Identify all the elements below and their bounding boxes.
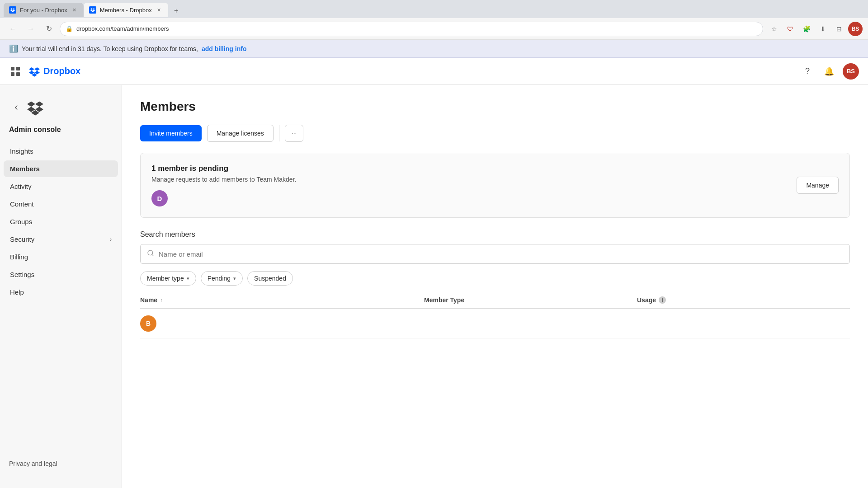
- svg-line-5: [152, 254, 153, 256]
- sidebar-item-settings[interactable]: Settings: [4, 266, 118, 283]
- chevron-down-icon-2: ▾: [233, 276, 236, 282]
- main-content: Members Invite members Manage licenses ·…: [122, 85, 868, 488]
- sidebar-item-label-insights: Insights: [10, 147, 33, 155]
- svg-point-4: [148, 250, 153, 255]
- add-billing-link[interactable]: add billing info: [202, 45, 247, 52]
- sidebar-item-help[interactable]: Help: [4, 284, 118, 300]
- invite-members-button[interactable]: Invite members: [140, 125, 202, 141]
- tab-favicon-2: [89, 6, 96, 14]
- star-button[interactable]: ☆: [767, 22, 781, 36]
- avatar: B: [140, 315, 156, 332]
- address-url: dropbox.com/team/admin/members: [76, 25, 757, 32]
- sidebar-item-billing[interactable]: Billing: [4, 249, 118, 265]
- sidebar-toggle-button[interactable]: ⊟: [832, 22, 846, 36]
- manage-button[interactable]: Manage: [797, 177, 839, 194]
- sidebar-item-label-activity: Activity: [10, 183, 32, 190]
- col-header-usage: Usage i: [637, 296, 850, 304]
- col-header-name: Name ↑: [140, 296, 424, 304]
- sidebar-item-label-billing: Billing: [10, 253, 28, 261]
- tab-for-you[interactable]: For you - Dropbox ✕: [4, 3, 84, 17]
- sidebar-item-label-members: Members: [10, 165, 40, 173]
- sidebar-item-label-content: Content: [10, 200, 34, 208]
- pending-title: 1 member is pending: [151, 164, 797, 173]
- sidebar-item-label-help: Help: [10, 288, 24, 296]
- sidebar-nav: Insights Members Activity Content Groups: [0, 143, 122, 448]
- pending-avatars: D: [151, 190, 797, 206]
- lock-icon: 🔒: [66, 25, 73, 32]
- pending-banner-row: 1 member is pending Manage requests to a…: [151, 164, 839, 206]
- tab-label-2: Members - Dropbox: [100, 7, 152, 14]
- sidebar-item-insights[interactable]: Insights: [4, 143, 118, 160]
- table-header: Name ↑ Member Type Usage i: [140, 296, 850, 309]
- bell-icon[interactable]: 🔔: [821, 63, 837, 80]
- tab-favicon-1: [9, 6, 16, 14]
- profile-button[interactable]: BS: [848, 22, 863, 36]
- help-icon[interactable]: ?: [799, 63, 816, 80]
- search-input[interactable]: [159, 250, 843, 258]
- app-logo-text: Dropbox: [43, 66, 80, 76]
- privacy-legal-link[interactable]: Privacy and legal: [9, 457, 113, 470]
- manage-licenses-button[interactable]: Manage licenses: [207, 125, 274, 142]
- member-type-label: Member type: [147, 275, 184, 282]
- tab-label-1: For you - Dropbox: [20, 7, 67, 14]
- nav-actions: ☆ 🛡 🧩 ⬇ ⊟ BS: [767, 22, 863, 36]
- tab-strip: For you - Dropbox ✕ Members - Dropbox ✕ …: [4, 1, 183, 17]
- more-options-button[interactable]: ···: [285, 125, 304, 142]
- sidebar: Admin console Insights Members Activity …: [0, 85, 122, 488]
- download-button[interactable]: ⬇: [816, 22, 830, 36]
- pending-banner-left: 1 member is pending Manage requests to a…: [151, 164, 797, 206]
- user-avatar[interactable]: BS: [843, 63, 859, 80]
- action-buttons: Invite members Manage licenses ···: [140, 125, 850, 142]
- sidebar-bottom: Privacy and legal: [0, 448, 122, 479]
- pending-filter[interactable]: Pending ▾: [201, 271, 243, 286]
- button-divider: [279, 125, 279, 141]
- reload-button[interactable]: ↻: [42, 22, 56, 36]
- svg-rect-2: [11, 72, 14, 76]
- extensions-button[interactable]: 🧩: [799, 22, 814, 36]
- info-icon: ℹ️: [9, 44, 18, 53]
- tab-close-1[interactable]: ✕: [71, 6, 78, 14]
- tab-members[interactable]: Members - Dropbox ✕: [84, 3, 168, 17]
- chevron-down-icon: ▾: [187, 276, 189, 282]
- search-label: Search members: [140, 230, 850, 239]
- pending-avatar-d: D: [151, 190, 168, 206]
- suspended-filter-label: Suspended: [254, 275, 286, 282]
- trial-banner-text: Your trial will end in 31 days. To keep …: [22, 45, 198, 52]
- forward-button[interactable]: →: [24, 22, 38, 36]
- app-body: Admin console Insights Members Activity …: [0, 85, 868, 488]
- svg-rect-1: [16, 67, 20, 70]
- table-row[interactable]: B: [140, 309, 850, 338]
- pending-manage-area: Manage: [797, 177, 839, 194]
- pending-filter-label: Pending: [208, 275, 231, 282]
- pending-subtitle: Manage requests to add members to Team M…: [151, 176, 797, 183]
- address-bar[interactable]: 🔒 dropbox.com/team/admin/members: [60, 22, 763, 36]
- new-tab-button[interactable]: +: [170, 5, 183, 17]
- chevron-right-icon: ›: [110, 236, 112, 243]
- filter-row: Member type ▾ Pending ▾ Suspended: [140, 271, 850, 286]
- sidebar-back-button[interactable]: [7, 99, 25, 117]
- topbar-right: ? 🔔 BS: [799, 63, 859, 80]
- trial-banner: ℹ️ Your trial will end in 31 days. To ke…: [0, 40, 868, 58]
- sidebar-item-content[interactable]: Content: [4, 196, 118, 212]
- sidebar-item-activity[interactable]: Activity: [4, 178, 118, 195]
- sidebar-item-groups[interactable]: Groups: [4, 213, 118, 230]
- admin-console-label: Admin console: [0, 124, 122, 143]
- member-info: B: [140, 315, 424, 332]
- back-button[interactable]: ←: [5, 22, 20, 36]
- suspended-filter[interactable]: Suspended: [247, 271, 293, 286]
- col-header-member-type: Member Type: [424, 296, 637, 304]
- sidebar-item-members[interactable]: Members: [4, 160, 118, 177]
- usage-info-icon[interactable]: i: [659, 296, 666, 304]
- pending-banner: 1 member is pending Manage requests to a…: [140, 153, 850, 218]
- grid-icon[interactable]: [9, 65, 22, 78]
- app-topbar: Dropbox ? 🔔 BS: [0, 58, 868, 85]
- search-icon: [147, 249, 154, 258]
- sidebar-item-security[interactable]: Security ›: [4, 231, 118, 248]
- member-type-filter[interactable]: Member type ▾: [140, 271, 196, 286]
- title-bar: For you - Dropbox ✕ Members - Dropbox ✕ …: [0, 0, 868, 18]
- sidebar-item-label-settings: Settings: [10, 271, 34, 278]
- sort-asc-icon[interactable]: ↑: [160, 297, 163, 303]
- nav-bar: ← → ↻ 🔒 dropbox.com/team/admin/members ☆…: [0, 18, 868, 40]
- tab-close-2[interactable]: ✕: [156, 6, 163, 14]
- dropbox-logo[interactable]: Dropbox: [29, 66, 80, 77]
